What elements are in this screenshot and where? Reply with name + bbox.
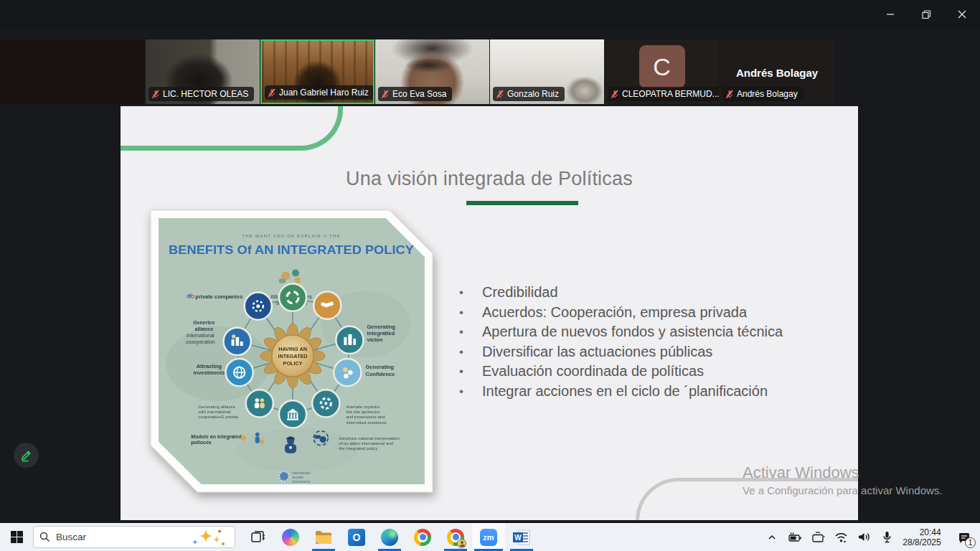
slide-gray-curve-decoration <box>636 478 858 520</box>
outlook-icon: O <box>348 529 365 546</box>
file-explorer-icon <box>315 530 332 545</box>
poster-caption: THE WANT YOU OF EXPLAIN U THE <box>242 234 340 238</box>
label-bottom-left: Generating alliance <box>198 405 235 409</box>
label-module-integrated: polloces <box>191 440 212 446</box>
label-private-companies: private companies <box>195 293 242 300</box>
center-badge-text: HAVING AN <box>278 346 307 352</box>
video-tile[interactable]: Gonzalo Ruiz <box>490 39 604 104</box>
center-badge-text: POLICY <box>283 360 303 367</box>
action-center-button[interactable]: 1 <box>948 523 980 551</box>
minimize-button[interactable] <box>872 0 908 29</box>
label-generating-confidence: Confidence <box>366 371 395 377</box>
bullet-item: Credibilidad <box>458 283 789 303</box>
copilot-button[interactable] <box>274 523 307 551</box>
title-underline <box>466 201 578 205</box>
network-status[interactable] <box>829 523 852 551</box>
hidden-icons-button[interactable] <box>760 523 783 551</box>
task-view-button[interactable] <box>241 523 274 551</box>
start-button[interactable] <box>0 523 33 551</box>
video-tile[interactable]: Eco Eva Sosa <box>375 39 489 104</box>
participant-name: CLEOPATRA BERMUD... <box>622 89 719 99</box>
search-input[interactable] <box>56 532 164 542</box>
participant-name-tag: Juan Gabriel Haro Ruiz <box>265 85 374 100</box>
integrated-policy-infographic: THE WANT YOU OF EXPLAIN U THE BENEFITS O… <box>149 209 434 494</box>
microphone-status[interactable] <box>875 523 898 551</box>
video-tile-avatar[interactable]: C CLEOPATRA BERMUD... <box>605 39 719 104</box>
restore-button[interactable] <box>908 0 944 29</box>
label-module-integrated: Module an integrated <box>191 434 242 440</box>
word-button[interactable]: W <box>505 523 538 551</box>
participant-name: LIC. HECTOR OLEAS <box>163 89 248 99</box>
muted-mic-icon <box>496 90 504 99</box>
bullet-item: Diversificar las actuaciones públicas <box>458 342 789 362</box>
bank-node-icon <box>279 400 306 428</box>
taskbar-search-box[interactable] <box>33 526 235 548</box>
chrome-profile-button[interactable] <box>439 523 472 551</box>
close-button[interactable] <box>944 0 980 29</box>
center-badge-text: INTEGATED <box>278 353 307 359</box>
display-connect-icon <box>810 530 826 545</box>
people-node-icon <box>246 390 273 417</box>
video-tile-active-speaker[interactable]: Juan Gabriel Haro Ruiz <box>260 39 374 104</box>
footer-logo-text: Jsrostar <box>292 476 304 479</box>
label-bottom-left: with international <box>197 410 230 414</box>
label-generic-alliance: alliance <box>195 326 214 331</box>
search-icon <box>39 532 50 542</box>
bullet-item: Acuerdos: Cooperación, empresa privada <box>458 303 789 323</box>
label-bottom-right: and prourooone and <box>346 415 385 419</box>
battery-status[interactable] <box>783 523 806 551</box>
video-tile[interactable]: LIC. HECTOR OLEAS <box>146 39 260 104</box>
video-tile-partial[interactable] <box>0 39 144 104</box>
label-bottom-right2: Introduce national interpretation <box>339 436 400 441</box>
bullet-list: Credibilidad Acuerdos: Cooperación, empr… <box>458 283 789 401</box>
shared-slide: Una visión integrada de Políticas Credib… <box>121 106 858 520</box>
video-tile-name-only[interactable]: Andrés Bolagay Andrés Bolagay <box>720 39 834 104</box>
cooperation-node-icon <box>245 293 272 320</box>
label-bottom-right: intermitted exotereos <box>346 420 386 425</box>
participant-name-tag: Eco Eva Sosa <box>378 87 452 101</box>
label-attracting-investments: investments <box>193 369 225 376</box>
zoom-app-button[interactable]: zm <box>472 523 505 551</box>
microphone-icon <box>880 530 894 544</box>
chevron-up-icon <box>766 532 778 543</box>
label-bottom-right2: the integrated policy <box>339 446 377 451</box>
label-integrated-vision: vicion <box>367 336 383 343</box>
file-explorer-button[interactable] <box>307 523 340 551</box>
muted-mic-icon <box>725 90 734 99</box>
footer-logo-text: International <box>292 471 310 475</box>
volume-status[interactable] <box>852 523 875 551</box>
edge-button[interactable] <box>373 523 406 551</box>
outlook-button[interactable]: O <box>340 523 373 551</box>
slide-title: Una visión integrada de Políticas <box>121 168 858 190</box>
label-attracting-investments: Attracting <box>197 363 222 369</box>
label-intl-cooperation: coooperation <box>186 339 215 345</box>
globe-node-icon <box>226 359 253 386</box>
label-intl-cooperation: International <box>187 333 215 338</box>
muted-mic-icon <box>151 90 160 99</box>
label-generating-confidence: Generating <box>366 364 395 370</box>
avatar: C <box>639 45 685 88</box>
system-tray: 20:44 28/8/2025 1 <box>760 523 980 551</box>
wireless-display-status[interactable] <box>806 523 829 551</box>
participant-filmstrip: LIC. HECTOR OLEAS Juan Gabriel Haro Ruiz… <box>0 29 980 106</box>
label-bottom-right2: of un atlion international and <box>339 441 393 446</box>
tray-date: 28/8/2025 <box>903 537 941 547</box>
handshake-node-icon <box>314 292 341 319</box>
battery-icon <box>787 531 803 544</box>
pencil-icon <box>19 448 33 462</box>
clock[interactable]: 20:44 28/8/2025 <box>898 523 948 551</box>
worker-icon <box>285 437 296 453</box>
participant-name: Gonzalo Ruiz <box>507 89 559 99</box>
buildings-node-icon <box>336 326 363 354</box>
muted-mic-icon <box>381 90 390 99</box>
bullet-item: Apertura de nuevos fondos y asistencia t… <box>458 322 789 342</box>
word-letter: W <box>514 534 522 542</box>
chrome-button[interactable] <box>406 523 439 551</box>
bullet-item: Integrar acciones en el ciclo de ´planif… <box>458 382 789 402</box>
annotation-pencil-button[interactable] <box>14 443 39 468</box>
label-generic-alliance: Genertce <box>193 320 215 325</box>
label-bottom-right: bot she apotscion <box>346 410 380 414</box>
participant-display-name: Andrés Bolagay <box>720 67 834 79</box>
muted-mic-icon <box>611 90 619 99</box>
gears-node-icon <box>312 390 339 417</box>
